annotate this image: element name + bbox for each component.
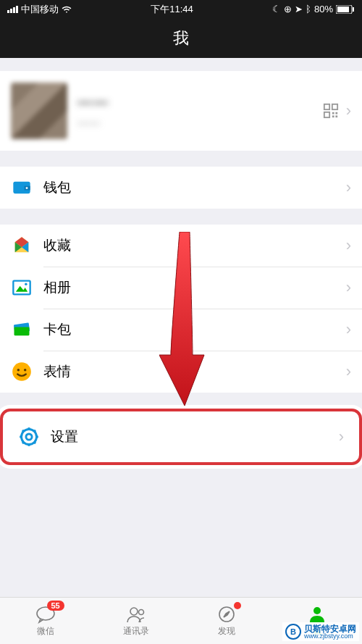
svg-rect-4 bbox=[332, 104, 337, 109]
watermark: B 贝斯特安卓网 www.zjbstyy.com bbox=[282, 622, 359, 641]
tab-chats[interactable]: 55 微信 bbox=[0, 598, 90, 644]
chevron-right-icon: › bbox=[339, 427, 344, 446]
page-header: 我 bbox=[0, 18, 362, 58]
svg-rect-8 bbox=[332, 115, 334, 117]
svg-rect-2 bbox=[353, 7, 354, 12]
row-wallet[interactable]: 钱包 › bbox=[0, 167, 362, 209]
location-icon: ➤ bbox=[295, 4, 303, 14]
section-items: 收藏 › 相册 › 卡包 › 表情 › bbox=[0, 225, 362, 393]
qr-icon[interactable] bbox=[323, 103, 339, 119]
tab-discover[interactable]: 发现 bbox=[181, 598, 272, 644]
svg-rect-1 bbox=[337, 7, 349, 12]
svg-line-27 bbox=[22, 430, 24, 432]
row-sticker[interactable]: 表情 › bbox=[0, 351, 362, 393]
svg-rect-3 bbox=[324, 104, 329, 109]
profile-text: —— —— bbox=[77, 93, 323, 128]
svg-rect-6 bbox=[332, 112, 334, 114]
carrier-label: 中国移动 bbox=[21, 3, 59, 16]
row-label: 收藏 bbox=[43, 236, 346, 255]
svg-line-28 bbox=[34, 442, 35, 443]
status-left: 中国移动 bbox=[7, 3, 72, 16]
tab-badge: 55 bbox=[47, 601, 64, 611]
tab-label: 通讯录 bbox=[123, 625, 149, 637]
row-favorites[interactable]: 收藏 › bbox=[0, 225, 362, 267]
row-album[interactable]: 相册 › bbox=[0, 267, 362, 309]
chevron-right-icon: › bbox=[346, 101, 351, 120]
bluetooth-icon: ᛒ bbox=[306, 4, 311, 14]
status-time: 下午11:44 bbox=[151, 3, 193, 16]
tab-label: 发现 bbox=[218, 625, 235, 637]
row-settings[interactable]: 设置 › bbox=[7, 416, 355, 458]
avatar bbox=[11, 83, 67, 139]
svg-point-35 bbox=[313, 607, 321, 614]
svg-point-22 bbox=[26, 434, 32, 440]
svg-rect-17 bbox=[14, 327, 30, 336]
svg-rect-9 bbox=[335, 115, 337, 117]
svg-point-19 bbox=[17, 369, 20, 372]
svg-point-20 bbox=[24, 369, 27, 372]
status-bar: 中国移动 下午11:44 ☾ ⊕ ➤ ᛒ 80% bbox=[0, 0, 362, 18]
row-label: 表情 bbox=[43, 362, 346, 381]
svg-point-12 bbox=[26, 187, 28, 189]
svg-line-30 bbox=[34, 430, 35, 432]
row-label: 相册 bbox=[43, 278, 346, 297]
signal-icon bbox=[7, 6, 18, 13]
settings-icon bbox=[18, 426, 40, 448]
svg-line-29 bbox=[22, 442, 24, 443]
profile-wxid: —— bbox=[77, 116, 323, 128]
svg-rect-13 bbox=[13, 281, 30, 295]
tab-dot bbox=[234, 602, 241, 609]
tab-label: 微信 bbox=[37, 625, 54, 637]
row-cards[interactable]: 卡包 › bbox=[0, 309, 362, 351]
profile-name: —— bbox=[77, 93, 323, 110]
svg-point-33 bbox=[138, 609, 143, 614]
chevron-right-icon: › bbox=[346, 362, 351, 381]
section-wallet: 钱包 › bbox=[0, 167, 362, 209]
cards-icon bbox=[11, 319, 33, 340]
row-label: 设置 bbox=[51, 427, 339, 446]
sticker-icon bbox=[11, 361, 33, 382]
watermark-url: www.zjbstyy.com bbox=[304, 633, 356, 640]
svg-marker-14 bbox=[16, 286, 28, 292]
svg-point-32 bbox=[130, 608, 138, 615]
svg-point-18 bbox=[12, 362, 31, 381]
chevron-right-icon: › bbox=[346, 278, 351, 297]
favorites-icon bbox=[11, 235, 33, 256]
watermark-logo: B bbox=[285, 624, 301, 640]
status-right: ☾ ⊕ ➤ ᛒ 80% bbox=[272, 4, 355, 14]
chevron-right-icon: › bbox=[346, 178, 351, 197]
tab-contacts[interactable]: 通讯录 bbox=[90, 598, 181, 644]
page-title: 我 bbox=[173, 28, 189, 49]
lock-icon: ⊕ bbox=[284, 4, 292, 14]
moon-icon: ☾ bbox=[272, 4, 281, 14]
chevron-right-icon: › bbox=[346, 236, 351, 255]
svg-point-15 bbox=[25, 283, 28, 286]
svg-rect-7 bbox=[335, 112, 337, 114]
wifi-icon bbox=[62, 4, 72, 14]
battery-icon bbox=[336, 5, 355, 14]
chevron-right-icon: › bbox=[346, 320, 351, 339]
row-label: 卡包 bbox=[43, 320, 346, 339]
me-icon bbox=[306, 605, 328, 624]
highlight-settings: 设置 › bbox=[0, 409, 362, 465]
battery-pct: 80% bbox=[314, 4, 333, 14]
album-icon bbox=[11, 277, 33, 298]
svg-rect-5 bbox=[324, 112, 329, 117]
profile-card[interactable]: —— —— › bbox=[0, 71, 362, 151]
wallet-icon bbox=[11, 177, 33, 198]
watermark-title: 贝斯特安卓网 bbox=[304, 624, 356, 633]
row-label: 钱包 bbox=[43, 178, 346, 197]
contacts-icon bbox=[125, 605, 147, 624]
